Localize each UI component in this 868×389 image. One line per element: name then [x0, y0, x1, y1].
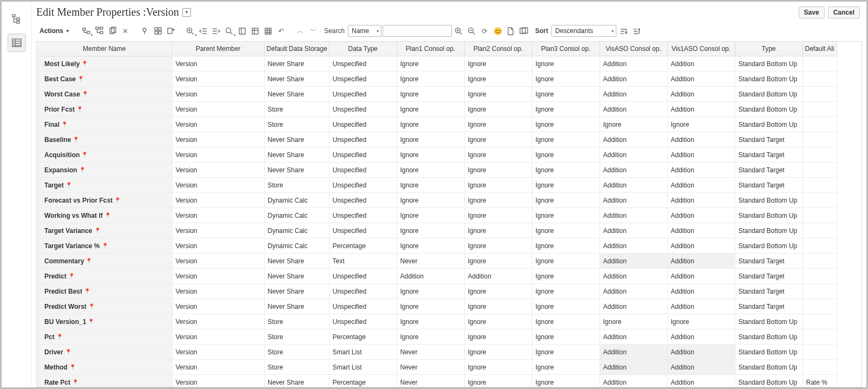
column-header[interactable]: VisASO Consol op. [600, 42, 667, 56]
table-cell[interactable]: Store [264, 117, 329, 132]
table-cell[interactable]: Addition [600, 178, 667, 193]
column-header[interactable]: Parent Member [172, 42, 264, 56]
table-cell[interactable]: BU Version_1📍 [37, 314, 172, 329]
table-cell[interactable]: Never Share [264, 132, 329, 147]
table-cell[interactable] [803, 360, 837, 375]
table-cell[interactable]: Standard Bottom Up [735, 72, 803, 87]
table-cell[interactable]: Addition [600, 102, 667, 117]
table-cell[interactable]: Ignore [532, 87, 600, 102]
table-cell[interactable]: Standard Bottom Up [735, 208, 803, 223]
table-cell[interactable]: Ignore [397, 87, 464, 102]
table-cell[interactable]: Dynamic Calc [264, 193, 329, 208]
table-cell[interactable]: Acquisition📍 [37, 147, 172, 163]
table-cell[interactable]: Ignore [397, 56, 464, 72]
table-cell[interactable]: Addition [600, 238, 667, 254]
table-row[interactable]: Target📍VersionStoreUnspecifiedIgnoreIgno… [37, 178, 837, 193]
table-cell[interactable]: Ignore [397, 314, 464, 329]
table-row[interactable]: Best Case📍VersionNever ShareUnspecifiedI… [37, 72, 837, 87]
table-cell[interactable]: Ignore [464, 360, 532, 375]
table-cell[interactable]: Dynamic Calc [264, 238, 329, 254]
table-cell[interactable]: Ignore [397, 117, 464, 132]
table-cell[interactable] [803, 314, 837, 329]
table-row[interactable]: Commentary📍VersionNever ShareTextNeverIg… [37, 254, 837, 269]
table-cell[interactable]: Standard Bottom Up [735, 117, 803, 132]
table-cell[interactable]: Addition [667, 132, 735, 147]
table-cell[interactable]: Ignore [464, 193, 532, 208]
search-prev-icon[interactable] [453, 25, 465, 37]
refresh-icon[interactable]: ⟳ [479, 25, 491, 37]
table-cell[interactable]: Never Share [264, 147, 329, 163]
table-cell[interactable]: Addition [600, 87, 667, 102]
table-cell[interactable]: Addition [600, 284, 667, 299]
table-cell[interactable]: Addition [600, 163, 667, 178]
table-row[interactable]: Predict📍VersionNever ShareUnspecifiedAdd… [37, 269, 837, 284]
table-cell[interactable]: Addition [667, 375, 735, 388]
table-cell[interactable]: Addition [600, 223, 667, 238]
table-cell[interactable]: Dynamic Calc [264, 223, 329, 238]
table-cell[interactable]: Ignore [464, 375, 532, 388]
table-cell[interactable]: Never Share [264, 284, 329, 299]
table-cell[interactable]: Ignore [532, 345, 600, 360]
table-cell[interactable]: Ignore [532, 147, 600, 163]
table-cell[interactable]: Ignore [464, 87, 532, 102]
table-cell[interactable]: Ignore [532, 117, 600, 132]
table-cell[interactable]: Predict📍 [37, 269, 172, 284]
table-cell[interactable]: Ignore [464, 223, 532, 238]
table-cell[interactable]: Addition [667, 329, 735, 345]
table-cell[interactable]: Ignore [532, 102, 600, 117]
search-by-select[interactable]: Name ▾ [348, 25, 382, 37]
up-arrow-icon[interactable]: ︿ [295, 25, 307, 37]
table-cell[interactable]: Standard Bottom Up [735, 56, 803, 72]
table-cell[interactable]: Addition [600, 193, 667, 208]
table-cell[interactable]: Ignore [397, 299, 464, 314]
table-cell[interactable]: Ignore [464, 102, 532, 117]
table-cell[interactable]: Driver📍 [37, 345, 172, 360]
table-cell[interactable]: Version [172, 223, 264, 238]
table-cell[interactable]: Percentage [329, 375, 397, 388]
table-cell[interactable]: Standard Bottom Up [735, 314, 803, 329]
table-cell[interactable]: Addition [600, 329, 667, 345]
table-cell[interactable]: Standard Bottom Up [735, 87, 803, 102]
table-cell[interactable]: Ignore [464, 147, 532, 163]
table-cell[interactable]: Version [172, 117, 264, 132]
table-cell[interactable]: Ignore [464, 345, 532, 360]
table-cell[interactable]: Store [264, 329, 329, 345]
table-cell[interactable]: Addition [600, 345, 667, 360]
table-cell[interactable]: Version [172, 254, 264, 269]
table-cell[interactable]: Standard Bottom Up [735, 375, 803, 388]
table-cell[interactable]: Ignore [532, 132, 600, 147]
table-row[interactable]: Target Variance %📍VersionDynamic CalcPer… [37, 238, 837, 254]
table-cell[interactable]: Expansion📍 [37, 163, 172, 178]
table-row[interactable]: Worst Case📍VersionNever ShareUnspecified… [37, 87, 837, 102]
table-cell[interactable]: Ignore [464, 72, 532, 87]
column-header[interactable]: Default Data Storage [264, 42, 329, 56]
table-cell[interactable]: Version [172, 56, 264, 72]
table-cell[interactable]: Ignore [397, 223, 464, 238]
table-cell[interactable] [803, 102, 837, 117]
table-cell[interactable]: Version [172, 269, 264, 284]
table-cell[interactable]: Ignore [532, 254, 600, 269]
table-row[interactable]: Prior Fcst📍VersionStoreUnspecifiedIgnore… [37, 102, 837, 117]
table-cell[interactable]: Ignore [397, 329, 464, 345]
document-icon[interactable] [505, 25, 517, 37]
table-cell[interactable]: Ignore [464, 132, 532, 147]
table-cell[interactable] [803, 208, 837, 223]
table-row[interactable]: Driver📍VersionStoreSmart ListNeverIgnore… [37, 345, 837, 360]
table-cell[interactable]: Ignore [464, 163, 532, 178]
table-cell[interactable]: Addition [667, 193, 735, 208]
table-cell[interactable]: Addition [667, 87, 735, 102]
table-cell[interactable]: Unspecified [329, 208, 397, 223]
table-cell[interactable]: Ignore [397, 208, 464, 223]
table-cell[interactable]: Best Case📍 [37, 72, 172, 87]
table-cell[interactable]: Addition [464, 269, 532, 284]
add-sibling-icon[interactable]: ▾ [81, 25, 93, 37]
table-cell[interactable]: Ignore [464, 208, 532, 223]
table-cell[interactable]: Addition [667, 147, 735, 163]
table-cell[interactable]: Addition [600, 132, 667, 147]
table-cell[interactable]: Ignore [397, 163, 464, 178]
table-cell[interactable]: Standard Bottom Up [735, 345, 803, 360]
table-cell[interactable]: Text [329, 254, 397, 269]
table-cell[interactable]: Version [172, 314, 264, 329]
table-cell[interactable]: Percentage [329, 238, 397, 254]
table-cell[interactable]: Ignore [464, 117, 532, 132]
